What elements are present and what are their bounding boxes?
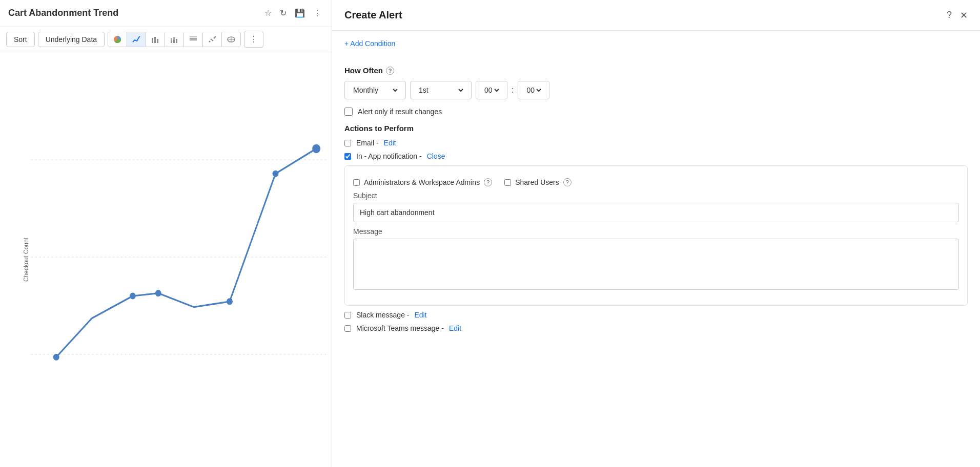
chart-more-button[interactable]: ⋮ [244,31,263,48]
svg-rect-11 [190,36,197,37]
more-icon[interactable]: ⋮ [311,6,323,20]
chart-type-bar3[interactable] [184,32,203,47]
svg-rect-7 [173,37,175,40]
teams-label: Microsoft Teams message - [356,324,444,332]
alert-header-icons: ? ✕ [947,10,968,21]
slack-label: Slack message - [356,311,409,319]
how-often-section: How Often ? Monthly Weekly Daily 1st 2nd… [344,66,968,99]
subject-section: Subject [353,192,959,222]
in-app-action-row: In - App notification - Close [344,152,968,160]
chart-type-bar[interactable] [146,32,165,47]
teams-checkbox[interactable] [344,325,351,332]
sort-button[interactable]: Sort [6,32,35,47]
teams-edit-link[interactable]: Edit [449,324,461,332]
chart-type-geo[interactable] [222,32,240,47]
admins-item: Administrators & Workspace Admins ? [353,178,492,186]
frequency-dropdown[interactable]: Monthly Weekly Daily [344,81,406,99]
how-often-help-icon[interactable]: ? [386,67,394,75]
svg-point-29 [227,298,233,305]
admins-row: Administrators & Workspace Admins ? Shar… [353,178,959,186]
shared-users-checkbox[interactable] [504,179,511,186]
admins-checkbox[interactable] [353,179,360,186]
svg-point-12 [209,40,211,42]
chart-header: Cart Abandonment Trend ☆ ↻ 💾 ⋮ [0,0,332,27]
admins-label: Administrators & Workspace Admins [364,178,480,186]
day-select[interactable]: 1st 2nd 3rd [417,86,465,95]
shared-users-item: Shared Users ? [504,178,571,186]
shared-users-label: Shared Users [515,178,559,186]
chart-area: Checkout Count 50 40 30 [0,52,332,467]
svg-point-13 [211,38,212,40]
svg-rect-10 [190,38,197,39]
svg-point-30 [273,171,279,177]
how-often-label: How Often ? [344,66,968,75]
alert-panel: Create Alert ? ✕ + Add Condition How Oft… [332,0,980,467]
message-textarea[interactable] [353,239,959,290]
svg-rect-3 [157,39,158,43]
in-app-label: In - App notification - [356,152,422,160]
chart-title: Cart Abandonment Trend [8,8,257,18]
hour-dropdown[interactable]: 00 01 02 [476,81,507,99]
frequency-select[interactable]: Monthly Weekly Daily [351,86,399,95]
underlying-data-button[interactable]: Underlying Data [38,32,105,47]
day-dropdown[interactable]: 1st 2nd 3rd [410,81,472,99]
shared-users-help-icon[interactable]: ? [563,178,571,186]
chart-type-bar2[interactable] [165,32,184,47]
in-app-box: Administrators & Workspace Admins ? Shar… [344,165,968,306]
slack-action-row: Slack message - Edit [344,311,968,319]
chart-header-icons: ☆ ↻ 💾 ⋮ [262,6,323,20]
email-action-row: Email - Edit [344,139,968,147]
svg-point-26 [53,354,59,360]
svg-point-16 [215,36,216,37]
chart-type-pie[interactable] [108,32,127,47]
svg-point-27 [130,292,136,299]
teams-action-row: Microsoft Teams message - Edit [344,324,968,332]
actions-label: Actions to Perform [344,124,968,133]
star-icon[interactable]: ☆ [262,6,274,20]
svg-rect-1 [152,38,153,43]
chart-type-scatter[interactable] [203,32,222,47]
close-icon[interactable]: ✕ [960,10,968,21]
svg-rect-5 [171,38,172,40]
chart-toolbar: Sort Underlying Data [0,27,332,52]
chart-svg: 50 40 30 [31,62,326,452]
svg-rect-8 [176,39,177,43]
alert-result-checkbox[interactable] [344,108,353,116]
save-icon[interactable]: 💾 [293,6,307,20]
svg-point-28 [155,290,161,296]
alert-title: Create Alert [344,9,947,21]
message-field-label: Message [353,227,959,236]
email-label: Email - [356,139,379,147]
actions-section: Actions to Perform Email - Edit In - App… [344,124,968,332]
svg-rect-9 [190,39,197,40]
email-edit-link[interactable]: Edit [384,139,396,147]
svg-point-14 [212,39,214,41]
slack-edit-link[interactable]: Edit [414,311,426,319]
add-condition-link[interactable]: + Add Condition [344,39,395,48]
in-app-checkbox[interactable] [344,153,351,160]
chart-panel: Cart Abandonment Trend ☆ ↻ 💾 ⋮ Sort Unde… [0,0,332,467]
admins-help-icon[interactable]: ? [484,178,492,186]
in-app-close-link[interactable]: Close [427,152,445,160]
alert-header: Create Alert ? ✕ [332,0,980,31]
alert-result-changes-row: Alert only if result changes [344,108,968,116]
chart-type-buttons [108,32,241,47]
minute-dropdown[interactable]: 00 15 30 45 [518,81,549,99]
subject-input[interactable] [353,203,959,222]
refresh-icon[interactable]: ↻ [278,6,289,20]
svg-point-31 [312,144,320,153]
alert-result-label: Alert only if result changes [358,108,442,116]
message-section: Message [353,227,959,292]
svg-rect-2 [154,37,156,43]
slack-checkbox[interactable] [344,312,351,319]
subject-field-label: Subject [353,192,959,200]
email-checkbox[interactable] [344,140,351,146]
how-often-row: Monthly Weekly Daily 1st 2nd 3rd 00 [344,81,968,99]
hour-select[interactable]: 00 01 02 [482,86,501,95]
y-axis-label: Checkout Count [23,238,30,282]
alert-content: + Add Condition How Often ? Monthly Week… [332,31,980,467]
minute-select[interactable]: 00 15 30 45 [524,86,543,95]
help-icon[interactable]: ? [947,10,952,20]
chart-type-line[interactable] [127,32,146,47]
time-colon: : [512,86,514,95]
